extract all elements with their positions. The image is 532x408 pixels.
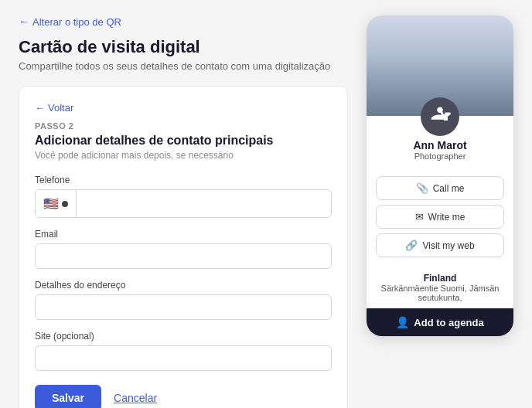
write-icon: ✉ bbox=[415, 211, 424, 223]
main-container: ← Alterar o tipo de QR Cartão de visita … bbox=[19, 15, 513, 408]
email-input[interactable] bbox=[35, 243, 332, 269]
form-heading: Adicionar detalhes de contato principais bbox=[35, 134, 332, 148]
location-address: Särkänmäentie Suomi, Jämsän seutukunta, bbox=[376, 284, 504, 302]
add-to-agenda-label: Add to agenda bbox=[414, 317, 483, 328]
avatar bbox=[421, 97, 459, 136]
call-me-button[interactable]: 📎 Call me bbox=[376, 176, 504, 200]
back-to-qr-type-link[interactable]: ← Alterar o tipo de QR bbox=[19, 15, 348, 28]
address-label: Detalhes do endereço bbox=[35, 280, 332, 291]
back-arrow-icon: ← bbox=[19, 15, 29, 28]
write-me-label: Write me bbox=[428, 212, 466, 223]
address-field-group: Detalhes do endereço bbox=[35, 280, 332, 320]
call-icon: 📎 bbox=[416, 182, 428, 194]
add-to-agenda-icon: 👤 bbox=[396, 316, 409, 328]
profile-job-title: Photographer bbox=[374, 151, 506, 161]
avatar-icon bbox=[428, 105, 452, 128]
email-field-group: Email bbox=[35, 229, 332, 269]
phone-input-row: 🇺🇸 bbox=[35, 189, 332, 218]
left-panel: ← Alterar o tipo de QR Cartão de visita … bbox=[19, 15, 348, 408]
visit-web-button[interactable]: 🔗 Visit my web bbox=[376, 233, 504, 257]
phone-input[interactable] bbox=[77, 192, 331, 216]
profile-name: Ann Marot bbox=[374, 139, 506, 151]
site-input[interactable] bbox=[35, 345, 332, 371]
page-subtitle: Compartilhe todos os seus detalhes de co… bbox=[19, 60, 348, 72]
site-field-group: Site (opcional) bbox=[35, 331, 332, 371]
flag-emoji: 🇺🇸 bbox=[43, 196, 59, 211]
form-back-button[interactable]: ← Voltar bbox=[35, 102, 332, 114]
cancel-button[interactable]: Cancelar bbox=[114, 392, 157, 404]
form-description: Você pode adicionar mais depois, se nece… bbox=[35, 150, 332, 161]
address-input[interactable] bbox=[35, 294, 332, 320]
form-actions: Salvar Cancelar bbox=[35, 385, 332, 408]
form-back-arrow-icon: ← bbox=[35, 102, 45, 114]
location-section: Finland Särkänmäentie Suomi, Jämsän seut… bbox=[367, 268, 513, 308]
flag-dropdown-dot bbox=[62, 201, 68, 207]
right-panel: Ann Marot Photographer 📎 Call me ✉ Write… bbox=[367, 15, 513, 408]
phone-preview: Ann Marot Photographer 📎 Call me ✉ Write… bbox=[367, 15, 513, 336]
form-card: ← Voltar PASSO 2 Adicionar detalhes de c… bbox=[19, 86, 348, 408]
page-title: Cartão de visita digital bbox=[19, 37, 348, 57]
add-to-agenda-button[interactable]: 👤 Add to agenda bbox=[367, 308, 513, 336]
step-label: PASSO 2 bbox=[35, 121, 332, 131]
location-country: Finland bbox=[376, 273, 504, 284]
profile-actions-section: 📎 Call me ✉ Write me 🔗 Visit my web bbox=[367, 170, 513, 268]
flag-selector-button[interactable]: 🇺🇸 bbox=[36, 190, 77, 217]
call-me-label: Call me bbox=[433, 183, 465, 194]
phone-field-group: Telefone 🇺🇸 bbox=[35, 175, 332, 218]
phone-label: Telefone bbox=[35, 175, 332, 185]
site-label: Site (opcional) bbox=[35, 331, 332, 342]
write-me-button[interactable]: ✉ Write me bbox=[376, 205, 504, 229]
form-back-label: Voltar bbox=[48, 102, 73, 114]
web-icon: 🔗 bbox=[405, 240, 418, 251]
save-button[interactable]: Salvar bbox=[35, 385, 101, 408]
back-to-qr-type-label: Alterar o tipo de QR bbox=[32, 16, 121, 28]
email-label: Email bbox=[35, 229, 332, 240]
visit-web-label: Visit my web bbox=[422, 240, 474, 251]
